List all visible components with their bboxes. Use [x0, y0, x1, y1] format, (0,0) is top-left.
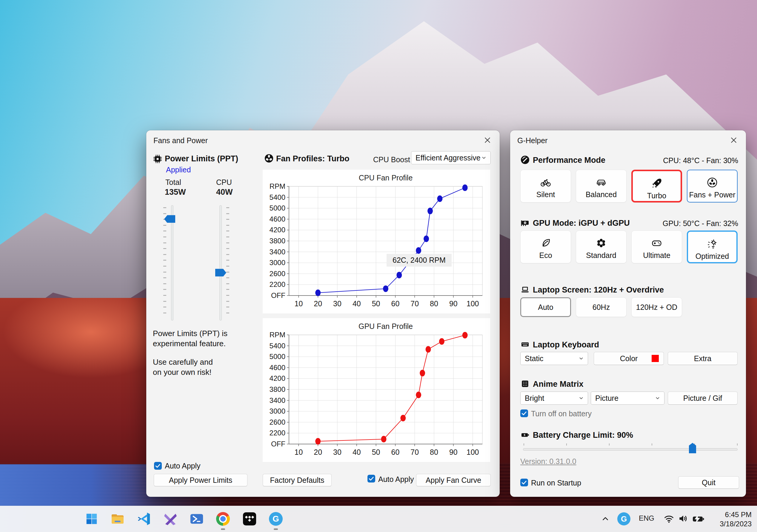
screen-button-auto[interactable]: Auto	[520, 297, 571, 317]
chevron-down-icon	[654, 395, 661, 402]
performance-mode-heading: Performance Mode	[533, 156, 605, 165]
mode-button-turbo[interactable]: Turbo	[631, 170, 682, 203]
tidal-icon[interactable]	[240, 509, 259, 529]
apply-power-limits-button[interactable]: Apply Power Limits	[154, 474, 248, 486]
speedometer-icon	[520, 155, 530, 165]
keyboard-mode-dropdown[interactable]: Static	[520, 352, 588, 365]
svg-text:5400: 5400	[270, 193, 286, 201]
chevron-down-icon	[480, 154, 487, 161]
cpu-fan-chart[interactable]: OFF220026003000340038004200460050005400R…	[263, 170, 490, 313]
flower-icon	[595, 238, 607, 249]
start-icon[interactable]	[82, 509, 102, 529]
mode-button-silent[interactable]: Silent	[520, 170, 571, 203]
gpu-button-ultimate[interactable]: Ultimate	[631, 231, 682, 263]
gpu-temp-status: GPU: 50°C - Fan: 32%	[663, 219, 738, 228]
mode-button-label: Eco	[539, 251, 552, 260]
apply-fan-curve-button[interactable]: Apply Fan Curve	[416, 474, 491, 486]
matrix-content-value: Picture	[595, 394, 619, 403]
gpu-fan-chart[interactable]: OFF220026003000340038004200460050005400R…	[263, 318, 490, 462]
matrix-picture-gif-button[interactable]: Picture / Gif	[668, 392, 738, 405]
battery-slider[interactable]	[523, 448, 738, 451]
power-auto-apply-checkbox[interactable]	[154, 462, 162, 470]
clock-date: 3/18/2023	[720, 519, 752, 528]
battery-charge-icon	[520, 430, 530, 439]
mode-button-label: Standard	[586, 251, 616, 260]
svg-text:60: 60	[391, 448, 399, 456]
svg-text:3800: 3800	[270, 385, 286, 393]
keyboard-color-button[interactable]: Color	[594, 352, 664, 365]
language-indicator[interactable]: ENG	[639, 514, 654, 522]
chrome-icon[interactable]	[213, 509, 233, 529]
cpu-slider-ticks	[226, 207, 229, 318]
clock-time: 6:45 PM	[720, 510, 752, 519]
clock[interactable]: 6:45 PM 3/18/2023	[720, 510, 752, 528]
svg-text:10: 10	[294, 448, 303, 456]
chrome-running-indicator	[221, 528, 225, 530]
cpu-chip-icon	[153, 154, 163, 164]
total-limit-label: Total	[166, 178, 181, 187]
run-on-startup-label: Run on Startup	[531, 479, 581, 487]
svg-text:70: 70	[410, 448, 419, 456]
factory-defaults-button[interactable]: Factory Defaults	[263, 474, 332, 486]
fans-window-titlebar[interactable]: Fans and Power	[146, 130, 500, 150]
file-explorer-icon[interactable]	[108, 509, 128, 529]
ghelper-tray-icon[interactable]: G	[617, 512, 630, 525]
gpu-button-eco[interactable]: Eco	[520, 231, 571, 263]
cpu-boost-label: CPU Boost	[373, 155, 410, 164]
svg-text:4600: 4600	[270, 364, 286, 372]
screen-button-120hz-od[interactable]: 120Hz + OD	[631, 297, 682, 317]
matrix-brightness-dropdown[interactable]: Bright	[520, 392, 588, 405]
ghelper-titlebar[interactable]: G-Helper	[510, 130, 746, 150]
ghelper-close-icon[interactable]	[729, 136, 738, 145]
cpu-slider[interactable]	[219, 205, 222, 321]
svg-text:3800: 3800	[270, 237, 286, 245]
mode-button-label: Balanced	[586, 190, 617, 199]
anime-matrix-icon	[520, 379, 530, 389]
ghelper-title: G-Helper	[517, 136, 547, 145]
gpu-button-standard[interactable]: Standard	[576, 231, 626, 263]
volume-icon[interactable]	[678, 513, 689, 524]
fan-auto-apply-checkbox[interactable]	[368, 475, 375, 483]
ghelper-taskbar-icon[interactable]: G	[266, 509, 286, 529]
screen-button-60hz[interactable]: 60Hz	[576, 297, 626, 317]
mode-button-label: Ultimate	[643, 251, 670, 260]
fans-window-close-icon[interactable]	[483, 136, 492, 145]
cpu-boost-dropdown[interactable]: Efficient Aggressive	[411, 151, 491, 164]
mode-button-fans-power[interactable]: Fans + Power	[687, 170, 738, 203]
svg-text:5000: 5000	[270, 352, 286, 360]
svg-text:100: 100	[467, 448, 479, 456]
matrix-battery-checkbox[interactable]	[520, 409, 528, 417]
mode-button-label: 120Hz + OD	[636, 303, 677, 312]
cpu-boost-value: Efficient Aggressive	[415, 154, 481, 162]
svg-text:20: 20	[314, 299, 322, 308]
run-on-startup-checkbox[interactable]	[520, 479, 528, 486]
fans-window-title: Fans and Power	[153, 136, 208, 145]
laptop-screen-heading: Laptop Screen: 120Hz + Overdrive	[533, 285, 664, 294]
svg-text:5400: 5400	[270, 342, 286, 350]
matrix-content-dropdown[interactable]: Picture	[591, 392, 664, 405]
svg-text:3400: 3400	[270, 248, 286, 256]
vscode-icon[interactable]	[134, 509, 154, 529]
svg-text:20: 20	[314, 448, 322, 456]
total-slider-ticks	[163, 207, 166, 318]
svg-text:10: 10	[294, 299, 303, 308]
mode-button-balanced[interactable]: Balanced	[576, 170, 626, 203]
svg-text:50: 50	[372, 448, 380, 456]
svg-text:GPU Fan Profile: GPU Fan Profile	[358, 322, 413, 330]
desktop: Fans and Power Power Limits (PPT) Applie…	[0, 0, 757, 532]
svg-text:2600: 2600	[270, 418, 286, 426]
wifi-icon[interactable]	[663, 513, 675, 524]
tray-chevron-up-icon[interactable]	[600, 514, 611, 524]
gpu-button-optimized[interactable]: Optimized	[687, 231, 738, 263]
laptop-icon	[520, 285, 530, 294]
powershell-icon[interactable]	[187, 509, 207, 529]
quit-button[interactable]: Quit	[678, 476, 739, 489]
fan-auto-apply-label: Auto Apply	[378, 475, 414, 484]
battery-charging-icon[interactable]	[692, 513, 705, 524]
keyboard-extra-button[interactable]: Extra	[668, 352, 738, 365]
cpu-slider-thumb[interactable]	[215, 269, 226, 276]
svg-text:3000: 3000	[270, 259, 286, 266]
version-link[interactable]: Version: 0.31.0.0	[520, 457, 576, 466]
battery-charge-limit-heading: Battery Charge Limit: 90%	[533, 431, 633, 440]
visual-studio-icon[interactable]	[161, 509, 180, 529]
